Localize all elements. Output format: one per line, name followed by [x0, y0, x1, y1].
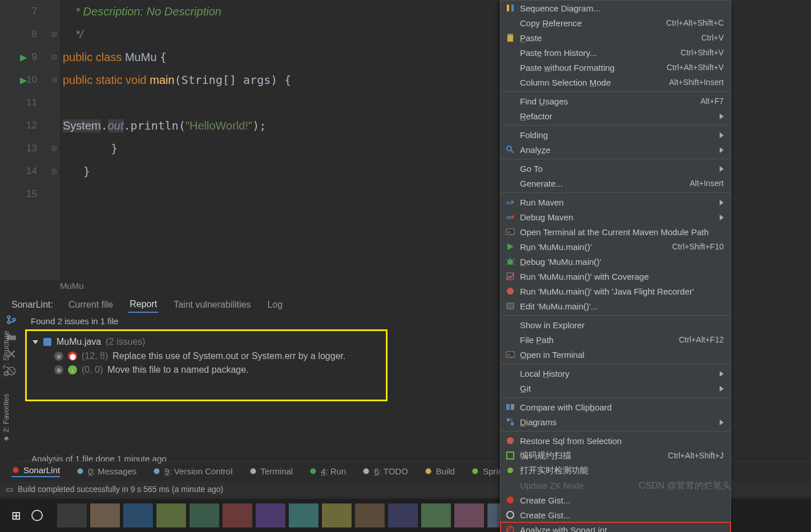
- cortana-icon[interactable]: [31, 509, 54, 522]
- tool-tab-sonarlint[interactable]: SonarLint: [11, 465, 60, 477]
- fold-mark[interactable]: [49, 91, 60, 114]
- tool-tab--todo[interactable]: 6: TODO: [362, 466, 407, 476]
- taskbar-app[interactable]: [90, 503, 120, 527]
- tool-tab-build[interactable]: Build: [424, 466, 455, 476]
- taskbar-app[interactable]: [355, 503, 385, 527]
- panel-tab-current-file[interactable]: Current file: [67, 297, 114, 312]
- taskbar-app[interactable]: [421, 503, 451, 527]
- taskbar-app[interactable]: [289, 503, 318, 527]
- editor-context-menu[interactable]: Sequence Diagram...Copy ReferenceCtrl+Al…: [500, 0, 731, 532]
- menu-run-mumu-main-with-java-flight-recorder[interactable]: Run 'MuMu.main()' with 'Java Flight Reco…: [501, 284, 731, 299]
- taskbar-app[interactable]: [256, 503, 285, 527]
- menu-open-in-terminal[interactable]: >_Open in Terminal: [501, 347, 731, 362]
- menu-analyze[interactable]: Analyze: [501, 142, 731, 157]
- svg-point-12: [473, 469, 478, 474]
- menu-[interactable]: 编码规约扫描Ctrl+Alt+Shift+J: [501, 448, 731, 463]
- issue-row[interactable]: ⊛↓(0, 0) Move this file to a named packa…: [33, 363, 380, 377]
- tool-tab--messages[interactable]: 0: Messages: [76, 466, 136, 476]
- tool-tab-label: 9: Version Control: [164, 466, 232, 476]
- menu-separator: [501, 431, 731, 432]
- fold-mark[interactable]: ⊟: [49, 160, 60, 183]
- menu-paste[interactable]: PasteCtrl+V: [501, 30, 731, 45]
- menu-column-selection-mode[interactable]: Column Selection ModeAlt+Shift+Insert: [501, 75, 731, 90]
- menu-sequence-diagram[interactable]: Sequence Diagram...: [501, 1, 731, 15]
- fold-mark[interactable]: [49, 0, 60, 23]
- menu-debug-mumu-main[interactable]: Debug 'MuMu.main()': [501, 254, 731, 269]
- svg-point-37: [507, 467, 513, 473]
- tool-tab-terminal[interactable]: Terminal: [249, 466, 293, 476]
- branch-icon[interactable]: [6, 315, 17, 325]
- menu-find-usages[interactable]: Find UsagesAlt+F7: [501, 94, 731, 108]
- menu-label: Restore Sql from Selection: [520, 436, 622, 446]
- taskbar-app[interactable]: [322, 503, 352, 527]
- menu-show-in-explorer[interactable]: Show in Explorer: [501, 317, 731, 332]
- panel-tab-taint-vulnerabilities[interactable]: Taint vulnerabilities: [172, 297, 252, 312]
- menu-label: Git: [520, 384, 531, 393]
- svg-rect-15: [507, 5, 509, 11]
- panel-tab-log[interactable]: Log: [266, 297, 284, 312]
- menu-create-gist[interactable]: Create Gist...: [501, 493, 731, 507]
- menu-restore-sql-from-selection[interactable]: Restore Sql from Selection: [501, 433, 731, 448]
- fold-mark[interactable]: [49, 114, 60, 137]
- menu-debug-maven[interactable]: mDebug Maven: [501, 209, 731, 224]
- svg-text:m: m: [506, 215, 511, 220]
- diag-icon: [505, 417, 515, 427]
- favorites-tab[interactable]: ⧉ 7: Structure: [2, 331, 10, 377]
- menu-paste-without-formatting[interactable]: Paste without FormattingCtrl+Alt+Shift+V: [501, 60, 731, 75]
- taskbar-app[interactable]: [223, 503, 252, 527]
- expand-icon[interactable]: [33, 340, 38, 344]
- menu-run-mumu-main-with-coverage[interactable]: Run 'MuMu.main()' with Coverage: [501, 269, 731, 284]
- fold-mark[interactable]: ⊟: [49, 137, 60, 160]
- taskbar-app[interactable]: [388, 503, 418, 527]
- menu-create-gist[interactable]: Create Gist...: [501, 507, 731, 522]
- menu-analyze-with-sonarlint[interactable]: Analyze with SonarLint: [501, 522, 731, 532]
- menu-git[interactable]: Git: [501, 381, 731, 396]
- taskbar-app[interactable]: [189, 503, 219, 527]
- issue-count: (2 issues): [106, 337, 145, 347]
- menu-run-mumu-main[interactable]: Run 'MuMu.main()'Ctrl+Shift+F10: [501, 239, 731, 254]
- menu-diagrams[interactable]: Diagrams: [501, 414, 731, 429]
- breadcrumb[interactable]: MuMu: [60, 281, 84, 291]
- issues-tree[interactable]: MuMu.java (2 issues) ⊛⬤(12, 8) Replace t…: [25, 329, 388, 401]
- run-gutter-icon[interactable]: ▶: [20, 52, 27, 63]
- menu-go-to[interactable]: Go To: [501, 161, 731, 176]
- run-gutter-icon[interactable]: ▶: [20, 75, 27, 86]
- menu-run-maven[interactable]: mRun Maven: [501, 195, 731, 209]
- fold-mark[interactable]: ⊟: [49, 46, 60, 68]
- start-button[interactable]: ⊞: [5, 509, 27, 522]
- taskbar-app[interactable]: [454, 503, 484, 527]
- fold-mark[interactable]: ⊟: [49, 68, 60, 91]
- mvnd-icon: m: [505, 212, 515, 222]
- menu-copy-reference[interactable]: Copy ReferenceCtrl+Alt+Shift+C: [501, 15, 731, 30]
- menu-label: Run 'MuMu.main()' with Coverage: [520, 272, 649, 281]
- fold-mark[interactable]: ⊟: [49, 23, 60, 46]
- menu-generate[interactable]: Generate...Alt+Insert: [501, 176, 731, 191]
- menu-[interactable]: 打开实时检测功能: [501, 463, 731, 478]
- issue-row[interactable]: ⊛⬤(12, 8) Replace this use of System.out…: [33, 349, 380, 363]
- fold-column: ⊟⊟⊟⊟⊟: [49, 0, 60, 280]
- taskbar-app[interactable]: [57, 503, 87, 527]
- panel-tab-report[interactable]: Report: [128, 297, 158, 313]
- menu-local-history[interactable]: Local History: [501, 366, 731, 381]
- taskbar-app[interactable]: [156, 503, 186, 527]
- menu-compare-with-clipboard[interactable]: Compare with Clipboard: [501, 400, 731, 414]
- menu-edit-mumu-main[interactable]: Edit 'MuMu.main()'...: [501, 299, 731, 313]
- tool-tab--version-control[interactable]: 9: Version Control: [152, 466, 232, 476]
- cov-icon: [505, 271, 515, 281]
- left-vertical-tabs[interactable]: ★ 2: Favorites ⧉ 7: Structure: [0, 325, 12, 449]
- severity-icon: ⬤: [68, 352, 77, 361]
- fold-mark[interactable]: [49, 183, 60, 205]
- svg-point-22: [511, 215, 514, 219]
- menu-refactor[interactable]: Refactor: [501, 108, 731, 123]
- issue-location: (0, 0): [82, 365, 103, 375]
- menu-open-terminal-at-the-current-maven-module-path[interactable]: >_Open Terminal at the Current Maven Mod…: [501, 224, 731, 239]
- submenu-arrow-icon: [720, 384, 724, 393]
- menu-paste-from-history[interactable]: Paste from History...Ctrl+Shift+V: [501, 45, 731, 60]
- structure-tab[interactable]: ★ 2: Favorites: [2, 394, 10, 444]
- menu-file-path[interactable]: File PathCtrl+Alt+F12: [501, 332, 731, 347]
- sonar-icon: [505, 525, 515, 532]
- menu-folding[interactable]: Folding: [501, 127, 731, 142]
- issue-file-row[interactable]: MuMu.java (2 issues): [33, 334, 380, 349]
- taskbar-app[interactable]: [123, 503, 153, 527]
- tool-tab--run[interactable]: 4: Run: [309, 466, 346, 476]
